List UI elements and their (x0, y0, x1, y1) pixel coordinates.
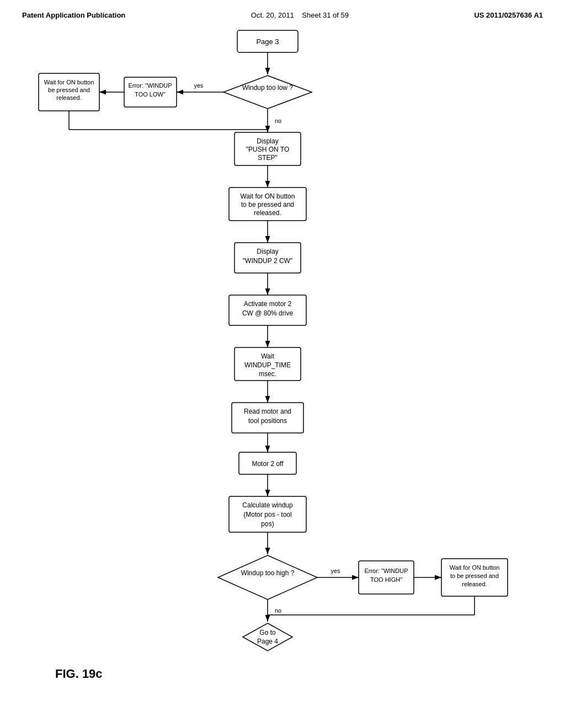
display-push-3: STEP" (258, 154, 278, 162)
display-windup2cw-1: Display (257, 248, 278, 255)
no-low-label: no (275, 117, 281, 124)
wait-windup-time-3: msec. (259, 370, 276, 378)
calc-windup-2: (Motor pos - tool (243, 511, 291, 518)
wait-on-right-2: to be pressed and (450, 572, 499, 579)
wait-btn-left-2: be pressed and (48, 87, 90, 93)
wait-on2-1: Wait for ON button (241, 192, 295, 200)
goto-page4-2: Page 4 (257, 638, 278, 645)
wait-windup-time-1: Wait (261, 352, 274, 360)
goto-page4-1: Go to (259, 629, 276, 636)
windup-too-low-label: Windup too low ? (242, 84, 293, 92)
windup-too-high-label: Windup too high ? (241, 569, 295, 577)
header-sheet: Sheet 31 of 59 (302, 11, 349, 19)
error-high-label2: TOO HIGH" (370, 576, 402, 583)
wait-btn-left-3: released. (56, 94, 81, 101)
activate-motor2-2: CW @ 80% drive (242, 309, 294, 317)
read-motor-1: Read motor and (244, 408, 291, 415)
wait-on-right-1: Wait for ON button (450, 564, 500, 571)
activate-motor2-1: Activate motor 2 (244, 300, 292, 308)
calc-windup-1: Calculate windup (242, 501, 293, 509)
header-center: Oct. 20, 2011 Sheet 31 of 59 (251, 11, 349, 19)
display-push-2: "PUSH ON TO (246, 146, 290, 153)
header: Patent Application Publication Oct. 20, … (22, 11, 543, 19)
fig-label: FIG. 19c (55, 667, 103, 681)
wait-on2-2: to be pressed and (241, 201, 294, 208)
svg-marker-3 (223, 76, 312, 109)
wait-on2-3: released. (254, 209, 281, 217)
wait-btn-left-1: Wait for ON button (44, 79, 94, 85)
error-high-label1: Error: "WINDUP (364, 568, 408, 574)
display-windup2cw-2: "WINDUP 2 CW" (243, 257, 292, 265)
svg-marker-35 (243, 623, 292, 651)
svg-marker-27 (218, 555, 317, 599)
error-low-label1: Error: "WINDUP (128, 82, 172, 89)
wait-windup-time-2: WINDUP_TIME (244, 361, 291, 369)
header-left: Patent Application Publication (22, 11, 125, 19)
display-push-1: Display (257, 137, 278, 145)
header-right: US 2011/0257636 A1 (474, 11, 543, 19)
wait-on-right-3: released. (462, 581, 487, 587)
read-motor-2: tool positions (248, 417, 287, 425)
calc-windup-3: pos) (261, 520, 274, 528)
yes-high-label: yes (331, 568, 340, 574)
diagram-area: Page 3 Windup too low ? yes no Error: "W… (22, 25, 543, 698)
header-date: Oct. 20, 2011 (251, 11, 294, 19)
yes-low-label: yes (194, 82, 204, 89)
error-low-label2: TOO LOW" (135, 91, 166, 98)
no-high-label: no (275, 607, 281, 614)
motor2-off-label: Motor 2 off (252, 460, 284, 468)
page3-label: Page 3 (256, 38, 279, 46)
flowchart-svg: Page 3 Windup too low ? yes no Error: "W… (22, 25, 552, 698)
page: Patent Application Publication Oct. 20, … (0, 0, 565, 728)
